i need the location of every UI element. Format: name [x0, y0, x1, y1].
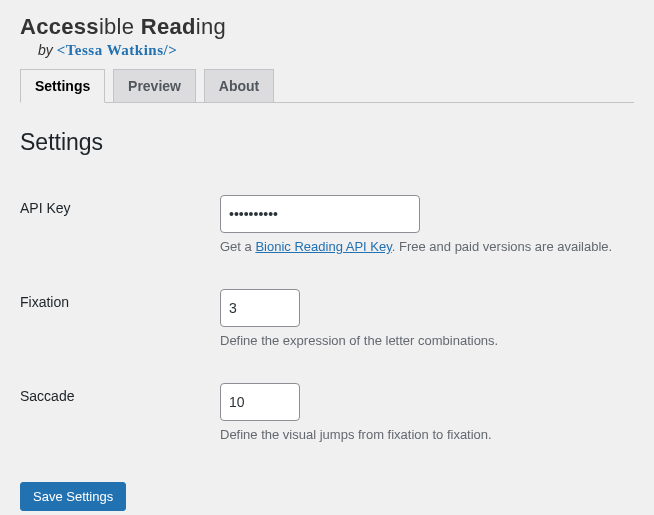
logo-byline: by <Tessa Watkins/>: [20, 42, 634, 59]
api-key-input[interactable]: [220, 195, 420, 233]
fixation-help: Define the expression of the letter comb…: [220, 333, 624, 348]
save-button[interactable]: Save Settings: [20, 482, 126, 511]
tab-preview[interactable]: Preview: [113, 69, 196, 102]
logo-t3: le: [117, 14, 141, 39]
tab-about[interactable]: About: [204, 69, 274, 102]
logo-t1: Access: [20, 14, 99, 39]
page-title: Settings: [20, 129, 634, 156]
tab-bar: Settings Preview About: [20, 69, 634, 103]
api-key-help: Get a Bionic Reading API Key. Free and p…: [220, 239, 624, 254]
plugin-logo: Accessible Reading by <Tessa Watkins/>: [20, 10, 634, 69]
logo-author: <Tessa Watkins/>: [57, 42, 178, 58]
logo-t4: Read: [141, 14, 196, 39]
fixation-label: Fixation: [20, 274, 220, 368]
logo-t2: ib: [99, 14, 117, 39]
saccade-label: Saccade: [20, 368, 220, 462]
api-key-label: API Key: [20, 180, 220, 274]
api-key-link[interactable]: Bionic Reading API Key: [255, 239, 391, 254]
logo-t5: ing: [196, 14, 226, 39]
saccade-input[interactable]: [220, 383, 300, 421]
saccade-help: Define the visual jumps from fixation to…: [220, 427, 624, 442]
tab-settings[interactable]: Settings: [20, 69, 105, 103]
logo-title: Accessible Reading: [20, 14, 634, 40]
fixation-input[interactable]: [220, 289, 300, 327]
settings-form: API Key Get a Bionic Reading API Key. Fr…: [20, 180, 634, 462]
